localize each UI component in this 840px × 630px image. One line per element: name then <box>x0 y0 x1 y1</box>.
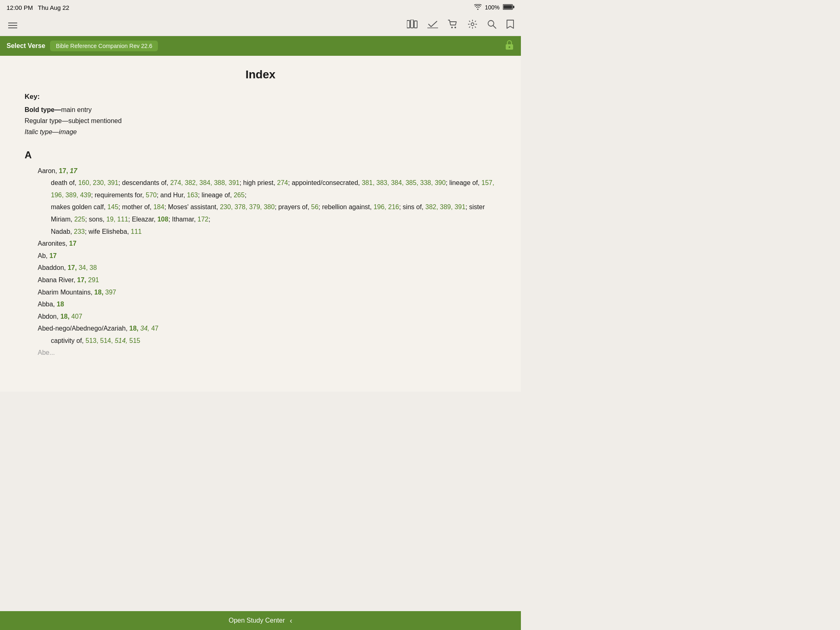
page-ref[interactable]: 196, 216 <box>374 203 399 210</box>
page-ref[interactable]: 514, <box>115 337 128 344</box>
library-icon[interactable] <box>407 20 418 31</box>
page-ref[interactable]: 18, <box>129 325 138 332</box>
page-ref[interactable]: 160, 230, 391 <box>78 179 119 186</box>
date-display: Thu Aug 22 <box>38 4 69 11</box>
key-bold-line: Bold type—main entry <box>25 104 496 115</box>
list-item: Abaddon, 17, 34, 38 <box>25 262 496 274</box>
nav-bar <box>0 15 521 36</box>
svg-line-11 <box>493 25 496 28</box>
page-ref[interactable]: 515 <box>129 337 140 344</box>
list-item: captivity of, 513, 514, 514, 515 <box>25 335 496 347</box>
list-item: Abed-nego/Abednego/Azariah, 18, 34, 47 <box>25 322 496 335</box>
page-ref[interactable]: 274, 382, 384, 388, 391 <box>170 179 240 186</box>
page-ref[interactable]: 230, 378, 379, 380 <box>220 203 274 210</box>
page-ref[interactable]: 34, 38 <box>79 264 97 271</box>
page-ref[interactable]: 108 <box>158 216 169 223</box>
page-ref[interactable]: 17 <box>49 252 57 259</box>
list-item: Aaronites, 17 <box>25 237 496 250</box>
list-item: death of, 160, 230, 391; descendants of,… <box>25 177 496 237</box>
list-item: Ab, 17 <box>25 250 496 262</box>
svg-rect-4 <box>411 20 413 28</box>
list-item: Abarim Mountains, 18, 397 <box>25 286 496 299</box>
svg-rect-1 <box>504 5 512 9</box>
select-verse-button[interactable]: Select Verse <box>7 41 45 51</box>
status-bar: 12:00 PM Thu Aug 22 100% <box>0 0 521 15</box>
menu-button[interactable] <box>7 19 19 32</box>
status-left: 12:00 PM Thu Aug 22 <box>7 4 69 11</box>
svg-rect-13 <box>509 46 510 48</box>
page-ref[interactable]: 382, 389, 391 <box>425 203 466 210</box>
page-ref[interactable]: 17, <box>59 167 68 174</box>
page-ref[interactable]: 17 <box>69 240 76 247</box>
key-bold-text: Bold type— <box>25 106 61 113</box>
page-ref[interactable]: 184 <box>153 203 164 210</box>
page-ref[interactable]: 172 <box>198 216 209 223</box>
page-ref[interactable]: 19, 111 <box>106 216 128 223</box>
bookmark-icon[interactable] <box>506 19 514 32</box>
index-section: A Aaron, 17, 17 death of, 160, 230, 391;… <box>25 149 496 359</box>
key-italic-text: Italic type <box>25 128 52 135</box>
svg-point-8 <box>454 27 456 28</box>
svg-rect-5 <box>414 21 417 28</box>
book-badge[interactable]: Bible Reference Companion Rev 22.6 <box>50 41 158 51</box>
list-item: Abe... <box>25 347 496 359</box>
toolbar-right <box>504 39 514 52</box>
page-ref[interactable]: 570 <box>146 192 157 199</box>
list-item: Abba, 18 <box>25 298 496 310</box>
page-ref[interactable]: 265 <box>234 192 245 199</box>
page-ref[interactable]: 111 <box>131 228 142 235</box>
search-icon[interactable] <box>487 20 496 31</box>
page-ref[interactable]: 274 <box>277 179 288 186</box>
status-right: 100% <box>474 4 514 11</box>
gear-icon[interactable] <box>468 19 477 32</box>
page-ref[interactable]: 513, 514, <box>85 337 113 344</box>
page-ref[interactable]: 18, <box>94 289 103 296</box>
wifi-icon <box>474 4 482 11</box>
page-ref[interactable]: 381, 383, 384, 385, 338, 390 <box>362 179 446 186</box>
page-ref[interactable]: 233 <box>74 228 85 235</box>
nav-left <box>7 19 19 32</box>
nav-right <box>407 19 514 32</box>
page-ref[interactable]: 34, <box>140 325 149 332</box>
main-content: Index Key: Bold type—main entry Regular … <box>0 56 521 392</box>
section-a-heading: A <box>25 149 496 161</box>
page-ref[interactable]: 163 <box>187 192 198 199</box>
list-item: Aaron, 17, 17 <box>25 165 496 177</box>
page-title: Index <box>25 68 496 81</box>
page-ref[interactable]: 17 <box>70 167 77 174</box>
page-ref[interactable]: 397 <box>105 289 116 296</box>
page-ref[interactable]: 17, <box>68 264 77 271</box>
key-bold-desc: main entry <box>61 106 92 113</box>
toolbar: Select Verse Bible Reference Companion R… <box>0 36 521 56</box>
svg-point-9 <box>471 23 474 25</box>
checkmark-icon[interactable] <box>427 20 438 31</box>
page-ref[interactable]: 145 <box>107 203 119 210</box>
battery-percent: 100% <box>485 4 500 11</box>
time-display: 12:00 PM <box>7 4 33 11</box>
key-heading: Key: <box>25 93 496 101</box>
page-ref[interactable]: 291 <box>88 276 99 283</box>
list-item: Abana River, 17, 291 <box>25 274 496 286</box>
page-ref[interactable]: 407 <box>71 313 82 320</box>
key-regular-line: Regular type—subject mentioned <box>25 115 496 126</box>
page-ref[interactable]: 56 <box>311 203 319 210</box>
page-ref[interactable]: 18 <box>57 301 64 308</box>
battery-icon <box>503 4 514 11</box>
page-ref[interactable]: 225 <box>74 216 85 223</box>
svg-rect-2 <box>513 6 514 8</box>
svg-point-7 <box>451 27 453 28</box>
svg-rect-3 <box>407 21 410 28</box>
page-ref[interactable]: 47 <box>151 325 159 332</box>
key-italic-line: Italic type—image <box>25 126 496 137</box>
list-item: Abdon, 18, 407 <box>25 310 496 323</box>
lock-icon[interactable] <box>504 42 514 52</box>
key-section: Key: Bold type—main entry Regular type—s… <box>25 93 496 138</box>
page-ref[interactable]: 18, <box>60 313 69 320</box>
key-italic-desc: —image <box>52 128 77 135</box>
page-ref[interactable]: 17, <box>77 276 86 283</box>
cart-icon[interactable] <box>448 20 458 31</box>
